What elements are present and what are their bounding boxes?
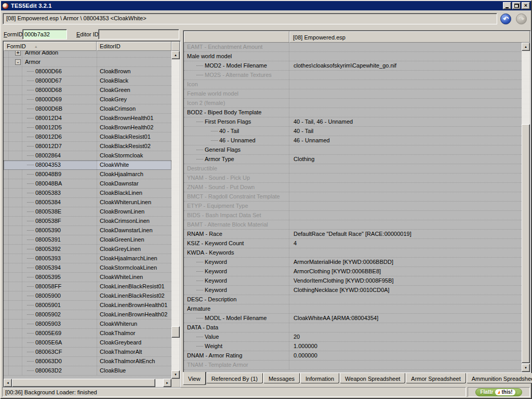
view-row[interactable]: MODL - Model FilenameCloakWhiteAA [ARMA:… (184, 314, 522, 323)
view-row[interactable]: KSIZ - Keyword Count4 (184, 239, 522, 248)
formid-cell[interactable]: +Armor Addon (4, 51, 97, 57)
editorid-cell[interactable]: CloakBrownLinen (97, 207, 171, 216)
scroll-down-button[interactable]: ▼ (171, 370, 180, 379)
tab-ammunition-spreadsheet[interactable]: Ammunition Spreadsheet (467, 373, 532, 383)
field-label-cell[interactable]: BMCT - Ragdoll Constraint Template (184, 192, 289, 201)
scrollbar-thumb[interactable] (171, 326, 180, 338)
formid-cell[interactable]: 08005901 (4, 301, 97, 310)
editorid-cell[interactable]: CloakGreybeard (97, 338, 171, 347)
tree-row[interactable]: 08005393CloakHjaalmarchLinen (4, 254, 171, 263)
tab-messages[interactable]: Messages (263, 373, 300, 383)
editorid-cell[interactable]: CloakCrimson (97, 104, 171, 113)
view-row[interactable]: Destructible (184, 164, 522, 174)
field-value-cell[interactable] (289, 164, 522, 173)
field-value-cell[interactable] (289, 89, 522, 98)
editorid-cell[interactable]: CloakHjaalmarchLinen (97, 254, 171, 263)
field-value-cell[interactable] (289, 145, 522, 154)
tree-row[interactable]: 080058FFCloakLinenBlackResist01 (4, 282, 171, 291)
formid-cell[interactable]: 08005391 (4, 235, 97, 244)
view-row[interactable]: KeywordArmorClothing [KYWD:0006BBE8] (184, 267, 522, 276)
editorid-cell[interactable]: CloakStormcloakLinen (97, 263, 171, 272)
field-value-cell[interactable] (289, 361, 522, 369)
view-plugin-column-header[interactable]: [08] Empowered.esp (289, 31, 530, 43)
field-label-cell[interactable]: Keyword (184, 286, 289, 295)
field-value-cell[interactable]: VendorItemClothing [KYWD:0008F95B] (289, 276, 522, 285)
formid-cell[interactable]: 0800538E (4, 207, 97, 216)
view-row[interactable]: BAMT - Alternate Block Material (184, 220, 522, 230)
scrollbar-track[interactable] (171, 59, 180, 370)
formid-cell[interactable]: 080012D4 (4, 114, 97, 123)
formid-cell[interactable]: 08002864 (4, 151, 97, 160)
editorid-cell[interactable]: CloakLinenBlackResist02 (97, 291, 171, 300)
formid-cell[interactable]: 08005384 (4, 198, 97, 207)
scrollbar-thumb[interactable] (522, 124, 530, 363)
view-vertical-scrollbar[interactable]: ▲ ▼ (522, 43, 530, 372)
tree-row[interactable]: 08000D68CloakGreen (4, 86, 171, 95)
formid-cell[interactable]: 08005E69 (4, 329, 97, 338)
editorid-cell[interactable]: CloakThalmorAlt (97, 348, 171, 356)
field-value-cell[interactable] (289, 80, 522, 89)
view-row[interactable]: EAMT - Enchantment Amount (184, 43, 522, 52)
editorid-cell[interactable]: CloakThalmor (97, 329, 171, 338)
tree-row[interactable]: 08005E6ACloakGreybeard (4, 338, 171, 348)
field-label-cell[interactable]: KSIZ - Keyword Count (184, 239, 289, 248)
view-row[interactable]: Icon (184, 80, 522, 89)
view-row[interactable]: MOD2 - Model Filenameclothes\cloaksofsky… (184, 61, 522, 71)
field-label-cell[interactable]: Weight (184, 342, 289, 351)
tree-vertical-scrollbar[interactable]: ▲ ▼ (171, 51, 180, 379)
scroll-up-button[interactable]: ▲ (522, 43, 530, 51)
field-label-cell[interactable]: MO2S - Alternate Textures (184, 71, 289, 79)
tree-row[interactable]: 08000D6BCloakCrimson (4, 104, 171, 114)
editorid-cell[interactable]: CloakCrimsonLinen (97, 217, 171, 225)
field-value-cell[interactable] (289, 183, 522, 192)
field-value-cell[interactable]: 20 (289, 332, 522, 341)
formid-cell[interactable]: 080048BA (4, 179, 97, 188)
tree-row[interactable]: 080048B9CloakHjaalmarch (4, 170, 171, 179)
field-label-cell[interactable]: KWDA - Keywords (184, 248, 289, 257)
field-label-cell[interactable]: 40 - Tail (184, 127, 289, 136)
formid-cell[interactable]: 08005394 (4, 263, 97, 272)
field-value-cell[interactable] (289, 295, 522, 304)
field-label-cell[interactable]: YNAM - Sound - Pick Up (184, 174, 289, 182)
field-label-cell[interactable]: BAMT - Alternate Block Material (184, 220, 289, 229)
view-row[interactable]: RNAM - RaceDefaultRace "Default Race" [R… (184, 230, 522, 239)
view-row[interactable]: BMCT - Ragdoll Constraint Template (184, 192, 522, 202)
view-row[interactable]: DESC - Description (184, 295, 522, 304)
scroll-left-button[interactable]: ◄ (4, 379, 12, 387)
view-row[interactable]: DNAM - Armor Rating0.000000 (184, 351, 522, 361)
editorid-cell[interactable]: CloakThalmorAltEnch (97, 357, 171, 366)
restore-button[interactable] (512, 2, 521, 9)
view-row[interactable]: Female world model (184, 89, 522, 99)
field-label-cell[interactable]: Icon 2 (female) (184, 99, 289, 108)
field-value-cell[interactable]: ArmorMaterialHide [KYWD:0006BBDD] (289, 258, 522, 267)
view-row[interactable]: Icon 2 (female) (184, 99, 522, 108)
view-row[interactable]: General Flags (184, 145, 522, 155)
field-label-cell[interactable]: TNAM - Template Armor (184, 361, 289, 369)
field-label-cell[interactable]: DATA - Data (184, 323, 289, 332)
tree-row[interactable]: 08005E69CloakThalmor (4, 329, 171, 338)
view-row[interactable]: Value20 (184, 332, 522, 342)
formid-column-header[interactable]: FormID▲ (4, 42, 97, 51)
editorid-cell[interactable]: CloakBlackLinen (97, 189, 171, 197)
field-value-cell[interactable]: ArmorClothing [KYWD:0006BBE8] (289, 267, 522, 276)
editorid-cell[interactable] (97, 58, 171, 66)
view-row[interactable]: YNAM - Sound - Pick Up (184, 174, 522, 183)
view-row[interactable]: 40 - Tail40 - Tail (184, 127, 522, 136)
editorid-cell[interactable]: CloakLinenBrownHealth01 (97, 301, 171, 310)
view-row[interactable]: Weight1.000000 (184, 342, 522, 351)
tab-view[interactable]: View (183, 372, 206, 385)
field-label-cell[interactable]: EAMT - Enchantment Amount (184, 43, 289, 51)
field-label-cell[interactable]: Armor Type (184, 155, 289, 164)
tab-armor-spreadsheet[interactable]: Armor Spreadsheet (406, 373, 466, 383)
formid-cell[interactable]: 080012D6 (4, 132, 97, 141)
tree-row[interactable]: 080012D6CloakBlackResist01 (4, 132, 171, 142)
field-value-cell[interactable] (289, 52, 522, 61)
editorid-cell[interactable]: CloakLinenBlackResist01 (97, 282, 171, 291)
field-value-cell[interactable]: DefaultRace "Default Race" [RACE:0000001… (289, 230, 522, 238)
tab-weapon-spreadsheet[interactable]: Weapon Spreadsheet (340, 373, 405, 383)
field-label-cell[interactable]: Keyword (184, 276, 289, 285)
field-label-cell[interactable]: DNAM - Armor Rating (184, 351, 289, 360)
formid-cell[interactable]: 08000D6B (4, 104, 97, 113)
tree-row[interactable]: 08000D66CloakBrown (4, 67, 171, 76)
view-row[interactable]: Male world model (184, 52, 522, 61)
